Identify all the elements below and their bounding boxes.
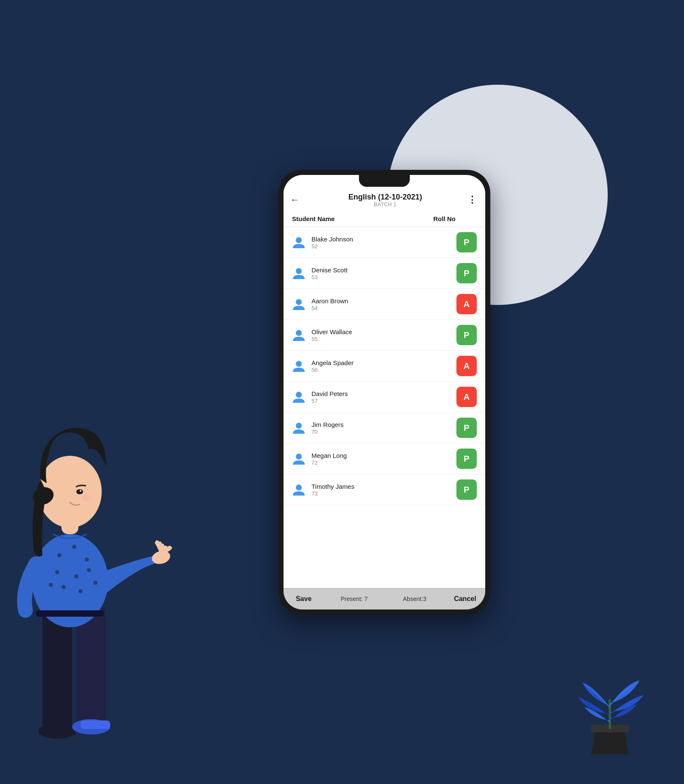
- absent-count: Absent:3: [384, 596, 445, 602]
- svg-point-15: [93, 581, 97, 585]
- student-info: Denise Scott 53: [311, 266, 456, 281]
- column-headers: Student Name Roll No: [284, 211, 485, 227]
- page-subtitle: BATCH 1: [303, 202, 467, 208]
- svg-point-31: [296, 361, 302, 367]
- student-avatar-icon: [292, 390, 306, 404]
- student-info: Angela Spader 56: [311, 359, 456, 374]
- student-roll: 54: [311, 305, 456, 311]
- student-list: Blake Johnson 52 P Denise Scott 53 P Aar…: [284, 227, 485, 587]
- phone-notch: [359, 175, 410, 187]
- svg-rect-4: [81, 720, 110, 729]
- student-info: Oliver Wallace 55: [311, 328, 456, 343]
- save-button[interactable]: Save: [284, 588, 324, 609]
- attendance-button[interactable]: A: [456, 356, 477, 376]
- svg-point-33: [296, 423, 302, 429]
- student-info: Megan Long 72: [311, 452, 456, 466]
- svg-point-10: [55, 570, 59, 574]
- student-avatar-icon: [292, 266, 306, 280]
- svg-point-21: [76, 489, 83, 494]
- svg-rect-5: [47, 725, 72, 732]
- student-name: Jim Rogers: [311, 421, 456, 429]
- student-avatar-icon: [292, 483, 306, 496]
- student-name: Blake Johnson: [311, 235, 456, 244]
- student-avatar-icon: [292, 421, 306, 435]
- svg-point-14: [78, 589, 83, 593]
- student-roll: 72: [311, 460, 456, 466]
- student-avatar-icon: [292, 452, 306, 465]
- plant-illustration: [561, 632, 659, 759]
- svg-point-23: [82, 495, 92, 501]
- table-row: Aaron Brown 54 A: [284, 289, 485, 320]
- student-roll: 55: [311, 336, 456, 342]
- table-row: David Peters 57 A: [284, 382, 485, 413]
- student-avatar-icon: [292, 359, 306, 373]
- svg-point-29: [296, 299, 302, 305]
- cancel-button[interactable]: Cancel: [445, 588, 485, 609]
- student-roll: 53: [311, 274, 456, 280]
- attendance-button[interactable]: A: [456, 387, 477, 407]
- student-info: David Peters 57: [311, 390, 456, 404]
- table-row: Megan Long 72 P: [284, 443, 485, 474]
- svg-point-16: [49, 583, 53, 587]
- svg-point-35: [296, 485, 302, 490]
- svg-point-22: [80, 490, 81, 492]
- attendance-button[interactable]: P: [456, 263, 477, 283]
- header-title-group: English (12-10-2021) BATCH 1: [303, 193, 467, 208]
- svg-point-11: [74, 574, 78, 579]
- menu-button[interactable]: ⋮: [467, 194, 477, 205]
- bottom-bar: Save Present: 7 Absent:3 Cancel: [284, 588, 485, 609]
- phone-screen: ← English (12-10-2021) BATCH 1 ⋮ Student…: [284, 175, 485, 609]
- svg-point-8: [72, 545, 76, 549]
- student-name: David Peters: [311, 390, 456, 398]
- attendance-button[interactable]: P: [456, 479, 477, 500]
- table-row: Angela Spader 56 A: [284, 351, 485, 382]
- student-name: Aaron Brown: [311, 297, 456, 305]
- student-info: Timothy James 73: [311, 482, 456, 497]
- student-info: Aaron Brown 54: [311, 297, 456, 312]
- svg-point-30: [296, 330, 302, 336]
- student-name: Oliver Wallace: [311, 328, 456, 336]
- svg-point-7: [57, 553, 61, 557]
- student-info: Blake Johnson 52: [311, 235, 456, 250]
- svg-point-34: [296, 454, 302, 460]
- student-name-header: Student Name: [292, 215, 434, 222]
- svg-point-9: [85, 557, 89, 562]
- page-title: English (12-10-2021): [303, 193, 467, 202]
- student-name: Megan Long: [311, 452, 456, 460]
- student-roll: 70: [311, 429, 456, 435]
- svg-point-32: [296, 392, 302, 398]
- student-roll: 52: [311, 243, 456, 249]
- table-row: Denise Scott 53 P: [284, 258, 485, 289]
- attendance-button[interactable]: P: [456, 449, 477, 469]
- student-roll: 73: [311, 490, 456, 497]
- roll-no-header: Roll No: [434, 215, 456, 222]
- student-avatar-icon: [292, 328, 306, 342]
- student-roll: 56: [311, 367, 456, 373]
- student-info: Jim Rogers 70: [311, 421, 456, 435]
- svg-point-28: [296, 268, 302, 274]
- table-row: Jim Rogers 70 P: [284, 413, 485, 443]
- student-name: Denise Scott: [311, 266, 456, 274]
- student-avatar-icon: [292, 297, 306, 311]
- svg-rect-24: [36, 610, 104, 617]
- student-name: Angela Spader: [311, 359, 456, 367]
- app-header: ← English (12-10-2021) BATCH 1 ⋮: [284, 187, 485, 211]
- table-row: Oliver Wallace 55 P: [284, 320, 485, 351]
- table-row: Timothy James 73 P: [284, 474, 485, 505]
- woman-illustration: [0, 318, 178, 784]
- attendance-button[interactable]: P: [456, 325, 477, 345]
- student-roll: 57: [311, 398, 456, 404]
- student-name: Timothy James: [311, 482, 456, 491]
- back-button[interactable]: ←: [290, 194, 300, 205]
- attendance-button[interactable]: P: [456, 418, 477, 438]
- student-avatar-icon: [292, 235, 306, 249]
- svg-point-13: [61, 585, 66, 589]
- attendance-button[interactable]: P: [456, 232, 477, 252]
- svg-point-27: [296, 237, 302, 243]
- svg-point-12: [87, 568, 91, 572]
- attendance-button[interactable]: A: [456, 294, 477, 314]
- phone-device: ← English (12-10-2021) BATCH 1 ⋮ Student…: [278, 170, 490, 615]
- table-row: Blake Johnson 52 P: [284, 227, 485, 258]
- present-count: Present: 7: [324, 596, 384, 602]
